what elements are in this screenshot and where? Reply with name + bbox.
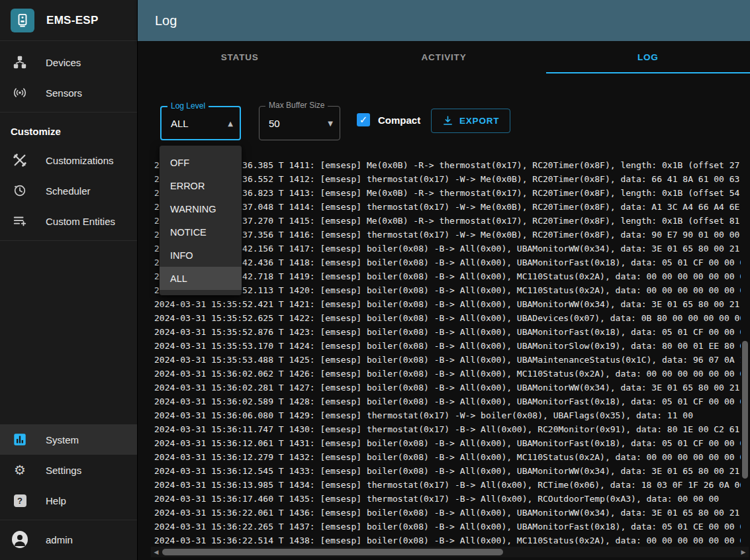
log-line: 2024-03-31 15:35:52.625 T 1422: [emsesp]… bbox=[154, 311, 741, 325]
sidebar-spacer bbox=[0, 245, 137, 424]
log-line: 2024-03-31 15:36:12.545 T 1433: [emsesp]… bbox=[154, 464, 741, 478]
log-line: 2024-03-31 15:36:13.985 T 1434: [emsesp]… bbox=[154, 478, 741, 492]
sidebar: EMS-ESP Devices Sensors bbox=[0, 0, 138, 560]
log-line: 2024-03-31 15:35:53.170 T 1424: [emsesp]… bbox=[154, 339, 741, 353]
sidebar-item-sensors[interactable]: Sensors bbox=[0, 77, 137, 108]
menu-option-off[interactable]: OFF bbox=[160, 151, 242, 174]
export-label: EXPORT bbox=[459, 116, 499, 126]
log-level-select[interactable]: Log Level ALL ▲ bbox=[160, 106, 241, 140]
system-chart-icon bbox=[12, 432, 28, 447]
playlist-add-icon bbox=[12, 213, 28, 229]
log-line: 2024-03-31 15:36:02.062 T 1426: [emsesp]… bbox=[154, 367, 741, 381]
log-line: 2024-03-31 15:36:11.747 T 1430: [emsesp]… bbox=[154, 422, 741, 436]
log-line: 2024-03-31 15:35:53.488 T 1425: [emsesp]… bbox=[154, 353, 741, 367]
log-line: 2024-03-31 15:36:17.460 T 1435: [emsesp]… bbox=[154, 492, 741, 506]
sidebar-item-label: Sensors bbox=[46, 87, 82, 99]
sidebar-item-label: Custom Entities bbox=[46, 216, 115, 227]
menu-option-warning[interactable]: WARNING bbox=[160, 197, 242, 220]
max-buffer-select[interactable]: Max Buffer Size 50 ▼ bbox=[259, 106, 340, 140]
app-logo-header: EMS-ESP bbox=[0, 0, 137, 41]
log-level-value: ALL bbox=[171, 118, 189, 129]
sidebar-item-scheduler[interactable]: Scheduler bbox=[0, 175, 137, 206]
tab-status[interactable]: STATUS bbox=[138, 41, 342, 73]
scroll-left-arrow-icon[interactable]: ◀ bbox=[151, 547, 162, 557]
log-line: 2024-03-31 15:36:12.279 T 1432: [emsesp]… bbox=[154, 450, 741, 464]
horizontal-scrollbar-thumb[interactable] bbox=[162, 549, 503, 555]
tab-bar: STATUS ACTIVITY LOG bbox=[138, 41, 750, 73]
menu-option-error[interactable]: ERROR bbox=[160, 174, 242, 197]
log-line: 2024-03-31 15:35:37.356 T 1416: [emsesp]… bbox=[154, 228, 741, 242]
log-line: 2024-03-31 15:36:06.080 T 1429: [emsesp]… bbox=[154, 408, 741, 422]
log-line: 2024-03-31 15:35:52.876 T 1423: [emsesp]… bbox=[154, 325, 741, 339]
log-line: 2024-03-31 15:35:42.718 T 1419: [emsesp]… bbox=[154, 269, 741, 283]
sidebar-section-customize: Customize bbox=[0, 117, 137, 145]
help-icon: ? bbox=[12, 492, 28, 508]
sidebar-item-system[interactable]: System bbox=[0, 424, 137, 455]
log-level-label: Log Level bbox=[167, 101, 209, 111]
admin-user-label: admin bbox=[46, 534, 73, 545]
compact-control: ✓ Compact bbox=[357, 113, 420, 126]
compact-checkbox[interactable]: ✓ bbox=[357, 113, 370, 126]
device-hub-icon bbox=[12, 54, 28, 70]
chevron-down-icon: ▼ bbox=[328, 120, 333, 127]
sidebar-item-admin[interactable]: admin bbox=[0, 524, 137, 555]
log-level-menu: OFF ERROR WARNING NOTICE INFO ALL bbox=[160, 146, 242, 295]
sidebar-item-label: Devices bbox=[46, 57, 81, 68]
export-button[interactable]: EXPORT bbox=[431, 109, 510, 133]
sidebar-item-label: Help bbox=[46, 495, 66, 506]
chevron-up-icon: ▲ bbox=[228, 120, 233, 127]
tools-icon bbox=[12, 152, 28, 168]
log-line: 2024-03-31 15:35:52.113 T 1420: [emsesp]… bbox=[154, 283, 741, 297]
horizontal-scrollbar[interactable]: ◀ ▶ bbox=[151, 547, 749, 557]
active-tab-indicator bbox=[546, 72, 750, 73]
compact-label: Compact bbox=[378, 115, 420, 126]
tab-log[interactable]: LOG bbox=[546, 41, 750, 73]
sidebar-item-settings[interactable]: ⚙ Settings bbox=[0, 455, 137, 485]
account-circle-icon bbox=[12, 532, 28, 547]
log-line: 2024-03-31 15:35:52.421 T 1421: [emsesp]… bbox=[154, 297, 741, 311]
vertical-scrollbar-thumb[interactable] bbox=[742, 341, 748, 479]
scroll-right-arrow-icon[interactable]: ▶ bbox=[738, 547, 749, 557]
download-icon bbox=[442, 115, 453, 126]
log-line: 2024-03-31 15:35:36.823 T 1413: [emsesp]… bbox=[154, 186, 741, 200]
log-line: 2024-03-31 15:36:02.589 T 1428: [emsesp]… bbox=[154, 395, 741, 408]
tab-activity[interactable]: ACTIVITY bbox=[342, 41, 545, 73]
log-line: 2024-03-31 15:36:22.265 T 1437: [emsesp]… bbox=[154, 520, 741, 534]
log-line: 2024-03-31 15:36:12.061 T 1431: [emsesp]… bbox=[154, 436, 741, 450]
page-title: Log bbox=[155, 13, 177, 28]
max-buffer-value: 50 bbox=[269, 118, 280, 129]
log-line: 2024-03-31 15:35:36.385 T 1411: [emsesp]… bbox=[154, 158, 741, 172]
log-line: 2024-03-31 15:35:37.048 T 1414: [emsesp]… bbox=[154, 200, 741, 214]
sidebar-item-label: Customizations bbox=[46, 155, 114, 166]
app-bar: Log bbox=[138, 0, 750, 41]
log-line: 2024-03-31 15:35:37.270 T 1415: [emsesp]… bbox=[154, 214, 741, 228]
log-line: 2024-03-31 15:36:22.061 T 1436: [emsesp]… bbox=[154, 506, 741, 520]
sidebar-item-devices[interactable]: Devices bbox=[0, 47, 137, 77]
gear-icon: ⚙ bbox=[12, 462, 28, 478]
sidebar-item-label: Scheduler bbox=[46, 185, 91, 197]
sensors-icon bbox=[12, 85, 28, 101]
sidebar-item-custom-entities[interactable]: Custom Entities bbox=[0, 206, 137, 236]
sidebar-divider bbox=[0, 112, 137, 113]
menu-option-notice[interactable]: NOTICE bbox=[160, 220, 242, 244]
sidebar-item-help[interactable]: ? Help bbox=[0, 485, 137, 516]
menu-option-info[interactable]: INFO bbox=[160, 244, 242, 267]
log-line: 2024-03-31 15:35:36.552 T 1412: [emsesp]… bbox=[154, 172, 741, 186]
ems-esp-logo-icon bbox=[11, 9, 34, 32]
log-line: 2024-03-31 15:36:22.514 T 1438: [emsesp]… bbox=[154, 534, 741, 545]
log-line: 2024-03-31 15:36:02.281 T 1427: [emsesp]… bbox=[154, 381, 741, 395]
log-line: 2024-03-31 15:35:42.156 T 1417: [emsesp]… bbox=[154, 242, 741, 256]
log-line: 2024-03-31 15:35:42.436 T 1418: [emsesp]… bbox=[154, 256, 741, 269]
sidebar-divider bbox=[0, 520, 137, 520]
sidebar-divider bbox=[0, 240, 137, 241]
sidebar-item-customizations[interactable]: Customizations bbox=[0, 145, 137, 175]
schedule-clock-icon bbox=[12, 183, 28, 199]
menu-option-all[interactable]: ALL bbox=[160, 267, 242, 290]
sidebar-item-label: System bbox=[46, 434, 79, 445]
sidebar-item-label: Settings bbox=[46, 465, 81, 476]
max-buffer-label: Max Buffer Size bbox=[265, 101, 328, 110]
app-title: EMS-ESP bbox=[46, 14, 99, 27]
